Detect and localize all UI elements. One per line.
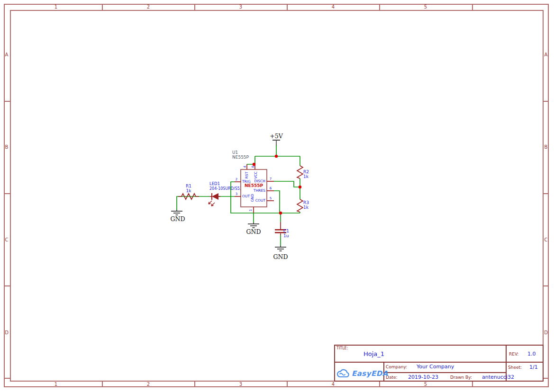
- pin-num-1: 1: [249, 209, 253, 211]
- pin-name-out: OUT: [242, 195, 250, 198]
- pin-num-7: 7: [270, 178, 272, 181]
- ground-symbol[interactable]: [248, 223, 259, 228]
- ground-net-label[interactable]: GND: [273, 254, 288, 260]
- r2-designator[interactable]: R2: [303, 170, 309, 174]
- led1-designator[interactable]: LED1: [209, 182, 220, 186]
- r1-value[interactable]: 1k: [186, 189, 191, 193]
- ground-net-label[interactable]: GND: [246, 229, 261, 235]
- u1-center-label: NE555P: [245, 184, 263, 188]
- pin-name-vcc: VCC: [254, 171, 258, 179]
- pin-num-8: 8: [252, 166, 255, 168]
- schematic-canvas[interactable]: 1 2 3 4 5 1 2 3 4 5 A B C D A B C D 204-…: [0, 0, 554, 392]
- pin-num-4: 4: [244, 166, 247, 168]
- pin-num-3: 3: [236, 193, 237, 196]
- pin-num-2: 2: [236, 178, 237, 181]
- u1-part[interactable]: NE555P: [232, 155, 249, 160]
- pin-name-thres: THRES: [246, 189, 265, 193]
- pin-name-cout: COUT: [246, 199, 265, 203]
- pin-name-disch: DISCH: [246, 179, 265, 183]
- r3-value[interactable]: 1k: [303, 205, 309, 210]
- r1-designator[interactable]: R1: [186, 184, 191, 188]
- pin-num-6: 6: [270, 187, 272, 190]
- ground-net-label[interactable]: GND: [171, 216, 185, 223]
- power-flag-5v[interactable]: [272, 140, 280, 145]
- pin-num-5: 5: [270, 197, 272, 200]
- led1-symbol[interactable]: [209, 193, 220, 206]
- pin-name-gnd: GND: [251, 194, 254, 202]
- c1-value[interactable]: 1u: [283, 234, 289, 238]
- power-net-label[interactable]: +5V: [270, 134, 282, 140]
- schematic-graphics: [0, 0, 554, 392]
- r2-value[interactable]: 1k: [303, 175, 309, 179]
- pin-name-rst: RST: [245, 172, 249, 179]
- ground-symbol[interactable]: [171, 210, 182, 215]
- c1-designator[interactable]: C1: [283, 229, 289, 233]
- u1-designator[interactable]: U1: [232, 151, 238, 155]
- resistor-r2-symbol[interactable]: [297, 166, 303, 178]
- resistor-r3-symbol[interactable]: [297, 199, 303, 212]
- r3-designator[interactable]: R3: [303, 201, 309, 205]
- ground-symbol[interactable]: [275, 246, 286, 251]
